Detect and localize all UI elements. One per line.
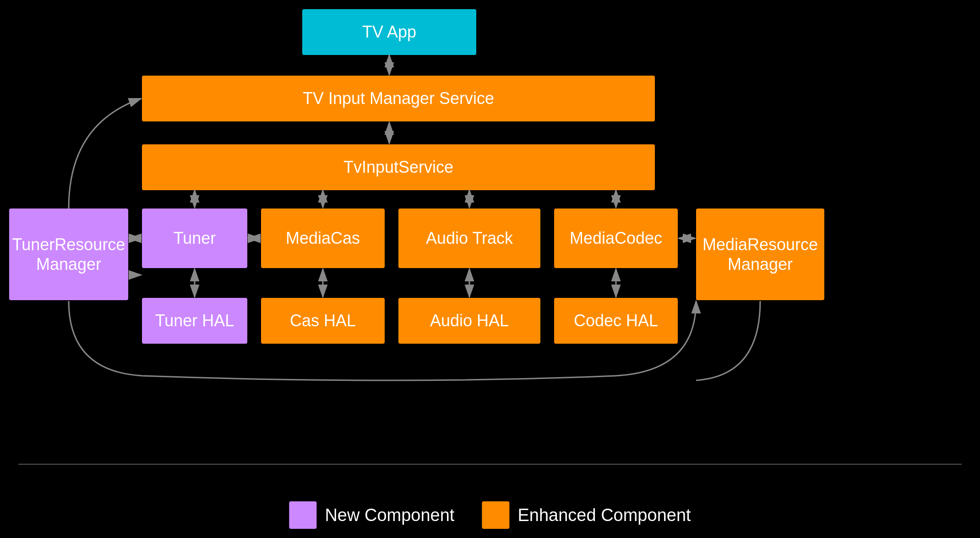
legend-enhanced-component-label: Enhanced Component xyxy=(517,505,691,525)
legend-enhanced-component: Enhanced Component xyxy=(482,501,691,529)
cas-hal-box: Cas HAL xyxy=(261,298,385,344)
codec-hal-box: Codec HAL xyxy=(554,298,678,344)
legend-new-component-label: New Component xyxy=(325,505,454,525)
media-cas-box: MediaCas xyxy=(261,209,385,268)
legend-new-component: New Component xyxy=(289,501,454,529)
legend: New Component Enhanced Component xyxy=(289,501,691,529)
tuner-resource-manager-box: TunerResource Manager xyxy=(9,209,128,300)
legend-purple-box xyxy=(289,501,316,529)
tuner-hal-box: Tuner HAL xyxy=(142,298,247,344)
audio-hal-box: Audio HAL xyxy=(398,298,540,344)
media-resource-manager-box: MediaResource Manager xyxy=(696,209,824,300)
tv-input-manager-box: TV Input Manager Service xyxy=(142,76,655,121)
audio-track-box: Audio Track xyxy=(398,209,540,268)
media-codec-box: MediaCodec xyxy=(554,209,678,268)
legend-orange-box xyxy=(482,501,509,529)
tv-app-box: TV App xyxy=(302,9,476,55)
tuner-box: Tuner xyxy=(142,209,247,268)
tv-input-service-box: TvInputService xyxy=(142,144,655,190)
diagram-container: TV App TV Input Manager Service TvInputS… xyxy=(0,0,980,538)
legend-divider xyxy=(18,464,962,465)
